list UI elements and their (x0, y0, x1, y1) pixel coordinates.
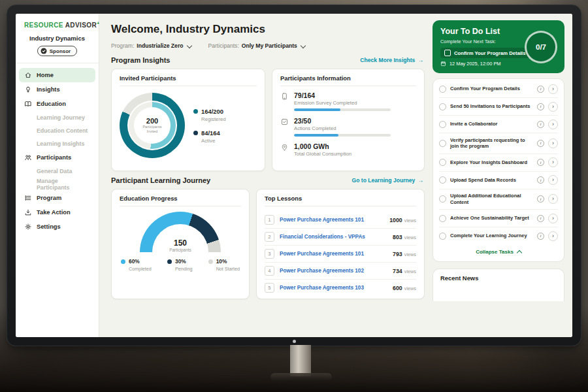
calendar-icon (440, 61, 446, 67)
task-row[interactable]: Invite a Collaborator i › (439, 116, 558, 133)
legend-label: Completed (129, 266, 152, 272)
checkbox-icon[interactable] (444, 50, 451, 56)
next-task-chip[interactable]: Confirm Your Program Details (440, 48, 530, 58)
actions-completed-row: 23/50 Actions Completed (280, 117, 416, 137)
sidebar: RESOURCE ADVISOR+ Industry Dynamics Spon… (16, 14, 99, 337)
chevron-right-icon[interactable]: › (548, 214, 558, 223)
chevron-right-icon[interactable]: › (548, 84, 558, 94)
info-icon[interactable]: i (537, 195, 544, 203)
sidebar-item-learning-journey[interactable]: Learning Journey (19, 111, 95, 124)
people-icon (24, 154, 32, 161)
gear-icon (24, 223, 32, 231)
invited-donut: 200 Participants Invited (120, 93, 185, 158)
sponsor-badge-label: Sponsor (50, 48, 71, 54)
task-checkbox[interactable] (439, 121, 446, 128)
chevron-up-icon (517, 250, 522, 255)
lesson-link[interactable]: Power Purchase Agreements 101 (280, 251, 387, 257)
org-name: Industry Dynamics (16, 35, 99, 42)
recent-news-title: Recent News (440, 274, 478, 282)
check-more-insights-link[interactable]: Check More Insights→ (360, 57, 423, 63)
sidebar-subitem-label: General Data (37, 168, 72, 174)
task-label: Confirm Your Program Details (450, 86, 533, 92)
chevron-right-icon[interactable]: › (548, 194, 558, 204)
stat-label: Total Global Consumption (294, 151, 351, 157)
sidebar-item-settings[interactable]: Settings (19, 220, 95, 234)
legend-item-not-started: 10% Not Started (208, 258, 240, 272)
lesson-link[interactable]: Power Purchase Agreements 102 (280, 268, 387, 274)
legend-item-pending: 30% Pending (167, 258, 192, 272)
chevron-right-icon[interactable]: › (548, 102, 558, 112)
task-checkbox[interactable] (439, 140, 446, 147)
sidebar-item-insights[interactable]: Insights (19, 82, 95, 97)
task-row[interactable]: Achieve One Sustainability Target i › (439, 210, 558, 227)
lesson-link[interactable]: Power Purchase Agreements 103 (280, 285, 387, 291)
collapse-tasks-link[interactable]: Collapse Tasks (439, 244, 558, 260)
task-label: Complete Your Learning Journey (450, 233, 533, 239)
program-insights-section-header: Program Insights Check More Insights→ (111, 56, 423, 64)
lesson-row: 5 Power Purchase Agreements 103 600views (265, 280, 416, 296)
sidebar-item-general-data[interactable]: General Data (19, 165, 95, 178)
education-progress-card: Education Progress 150 Participants 60 (111, 189, 250, 299)
task-checkbox[interactable] (439, 215, 446, 222)
chevron-right-icon[interactable]: › (548, 120, 558, 129)
sidebar-item-program[interactable]: Program (19, 191, 95, 205)
sidebar-item-manage-participants[interactable]: Manage Participants (19, 178, 95, 191)
brand-part1: RESOURCE (24, 22, 63, 29)
info-icon[interactable]: i (537, 103, 544, 110)
task-row[interactable]: Complete Your Learning Journey i › (439, 227, 558, 244)
emission-progress-bar (294, 108, 391, 111)
task-checkbox[interactable] (439, 176, 446, 184)
lesson-rank: 2 (265, 232, 274, 242)
survey-icon (280, 92, 289, 101)
sidebar-item-education-content[interactable]: Education Content (19, 124, 95, 137)
chevron-right-icon[interactable]: › (548, 175, 558, 185)
stat-value: 23/50 (294, 117, 391, 125)
sidebar-item-learning-insights[interactable]: Learning Insights (19, 137, 95, 150)
info-icon[interactable]: i (537, 121, 544, 128)
sponsor-badge[interactable]: Sponsor (37, 46, 77, 56)
gauge-center-value: 150 (140, 239, 221, 248)
education-gauge-center: 150 Participants (140, 239, 221, 252)
task-checkbox[interactable] (439, 195, 446, 203)
task-row[interactable]: Confirm Your Program Details i › (439, 80, 558, 98)
chevron-right-icon[interactable]: › (548, 231, 558, 241)
task-checkbox[interactable] (439, 86, 446, 93)
chevron-right-icon[interactable]: › (548, 139, 558, 148)
top-lessons-card: Top Lessons 1 Power Purchase Agreements … (256, 189, 425, 299)
chevron-right-icon[interactable]: › (548, 157, 558, 167)
task-checkbox[interactable] (439, 103, 446, 110)
task-row[interactable]: Send 50 Invitations to Participants i › (439, 98, 558, 116)
lesson-link[interactable]: Financial Considerations - VPPAs (280, 234, 387, 240)
participants-filter[interactable]: Participants:Only My Participants (208, 42, 305, 49)
info-icon[interactable]: i (537, 159, 544, 166)
info-icon[interactable]: i (537, 176, 544, 184)
task-row[interactable]: Explore Your Insights Dashboard i › (439, 154, 558, 172)
task-row[interactable]: Upload Spend Data Records i › (439, 172, 558, 189)
info-icon[interactable]: i (537, 215, 544, 222)
sidebar-item-take-action[interactable]: Take Action (19, 205, 95, 220)
program-filter[interactable]: Program:Industrialize Zero (111, 42, 191, 49)
sidebar-item-education[interactable]: Education (19, 97, 95, 111)
task-row[interactable]: Verify participants requesting to join t… (439, 133, 558, 154)
legend-label: Registered (201, 116, 226, 122)
donut-center-value: 200 (146, 117, 158, 125)
sidebar-item-participants[interactable]: Participants (19, 150, 95, 165)
task-row[interactable]: Upload Additional Educational Content i … (439, 189, 558, 210)
task-checkbox[interactable] (439, 233, 446, 240)
sidebar-item-label: Program (37, 195, 61, 201)
go-to-learning-journey-link[interactable]: Go to Learning Journey→ (351, 177, 423, 184)
lesson-link[interactable]: Power Purchase Agreements 101 (280, 217, 384, 223)
donut-center-label: Participants Invited (139, 125, 165, 134)
sidebar-item-label: Participants (37, 154, 71, 161)
monitor-bezel: RESOURCE ADVISOR+ Industry Dynamics Spon… (7, 5, 581, 346)
info-icon[interactable]: i (537, 86, 544, 93)
participants-information-card: Participants Information 79/164 Emission… (272, 69, 425, 171)
sidebar-item-label: Settings (37, 223, 61, 230)
info-icon[interactable]: i (537, 140, 544, 147)
card-title: Education Progress (120, 195, 241, 206)
info-icon[interactable]: i (537, 233, 544, 240)
lesson-rank: 3 (265, 249, 274, 259)
task-checkbox[interactable] (439, 159, 446, 166)
sidebar-item-home[interactable]: Home (19, 68, 95, 82)
page-title: Welcome, Industry Dynamics (111, 23, 425, 36)
